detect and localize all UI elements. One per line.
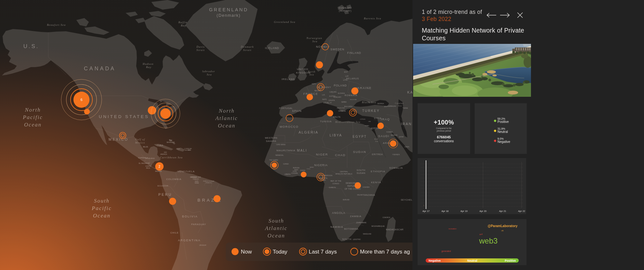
svg-text:More than 7 days ag: More than 7 days ag [360,249,410,255]
svg-text:Now: Now [241,249,252,255]
svg-text:Apr 22: Apr 22 [518,210,525,213]
svg-text:Apr 20: Apr 20 [479,210,487,213]
svg-text:Apr 18: Apr 18 [441,210,449,213]
svg-text:Apr 17: Apr 17 [422,210,430,213]
svg-text:Apr 21: Apr 21 [499,210,506,213]
svg-text:Today: Today [273,249,288,255]
svg-text:Last 7 days: Last 7 days [309,249,337,255]
svg-text:↑: ↑ [423,204,424,207]
svg-text:Apr 19: Apr 19 [460,210,468,213]
